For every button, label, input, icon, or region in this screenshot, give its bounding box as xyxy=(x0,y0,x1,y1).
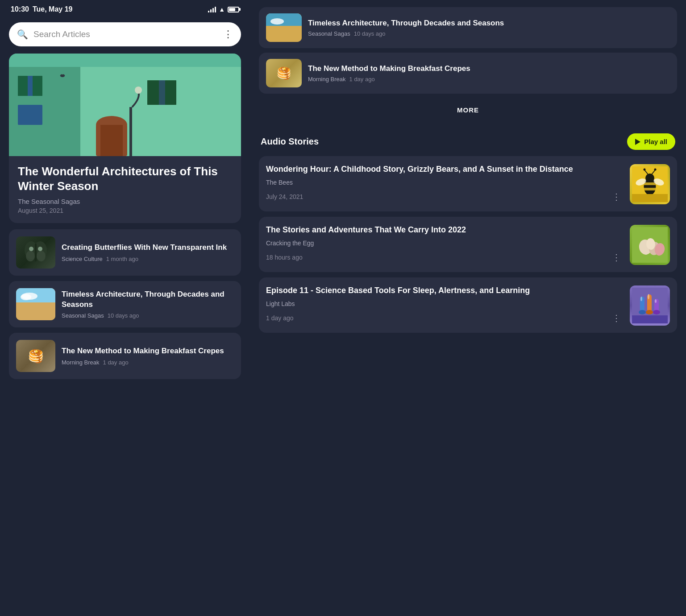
audio-source-egg: Cracking the Egg xyxy=(266,240,624,247)
audio-title-egg: The Stories and Adventures That We Carry… xyxy=(266,225,624,235)
crepes-image: 🥞 xyxy=(16,340,55,372)
featured-source: The Seasonal Sagas xyxy=(18,198,232,205)
article-time-crepes: 1 day ago xyxy=(103,359,129,366)
article-card-butterflies[interactable]: Creating Butterflies With New Transparen… xyxy=(9,229,241,276)
right-thumb-crepes: 🥞 xyxy=(266,59,302,87)
article-title-butterflies: Creating Butterflies With New Transparen… xyxy=(62,243,234,252)
bee-image xyxy=(630,164,670,204)
status-left: 10:30 Tue, May 19 xyxy=(11,5,72,13)
svg-point-19 xyxy=(26,251,35,261)
audio-date-egg: 18 hours ago xyxy=(266,254,303,261)
play-icon xyxy=(635,139,640,145)
svg-rect-43 xyxy=(632,194,668,202)
date-display: Tue, May 19 xyxy=(33,5,73,13)
audio-options-bees[interactable]: ⋮ xyxy=(609,190,624,203)
audio-thumb-lab xyxy=(630,285,670,326)
right-article-meta-seasonal: Seasonal Sagas 10 days ago xyxy=(308,30,670,37)
status-bar: 10:30 Tue, May 19 ▲ xyxy=(0,0,250,17)
audio-source-lab: Light Labs xyxy=(266,300,624,307)
svg-point-56 xyxy=(640,297,642,301)
audio-card-bees[interactable]: Wondering Hour: A Childhood Story, Grizz… xyxy=(259,156,677,211)
svg-rect-5 xyxy=(18,105,42,125)
play-all-button[interactable]: Play all xyxy=(627,133,675,150)
audio-date-bees: July 24, 2021 xyxy=(266,193,303,200)
status-right: ▲ xyxy=(208,6,239,13)
svg-rect-7 xyxy=(33,76,42,96)
svg-rect-12 xyxy=(147,80,159,105)
article-title-crepes: The New Method to Making Breakfast Crepe… xyxy=(62,346,234,356)
more-options-icon[interactable]: ⋮ xyxy=(223,29,233,40)
more-button-area: MORE xyxy=(259,98,677,122)
audio-card-egg[interactable]: The Stories and Adventures That We Carry… xyxy=(259,217,677,272)
svg-point-36 xyxy=(645,174,654,182)
featured-article-card[interactable]: The Wonderful Architectures of This Wint… xyxy=(9,54,241,223)
svg-point-55 xyxy=(653,310,660,314)
audio-content-bees: Wondering Hour: A Childhood Story, Grizz… xyxy=(266,164,624,204)
article-card-architecture[interactable]: Timeless Architecture, Through Decades a… xyxy=(9,281,241,327)
svg-point-41 xyxy=(644,169,646,171)
svg-point-53 xyxy=(646,310,653,314)
svg-point-15 xyxy=(135,87,142,94)
article-thumb-architecture xyxy=(16,288,55,320)
svg-point-22 xyxy=(29,247,33,251)
article-time-architecture: 10 days ago xyxy=(108,312,139,319)
audio-card-lab[interactable]: Episode 11 - Science Based Tools For Sle… xyxy=(259,277,677,333)
right-article-time-crepes: 1 day ago xyxy=(349,76,375,83)
right-thumb-seasonal xyxy=(266,13,302,42)
signal-icon xyxy=(208,6,216,12)
audio-content-lab: Episode 11 - Science Based Tools For Sle… xyxy=(266,285,624,326)
audio-content-egg: The Stories and Adventures That We Carry… xyxy=(266,225,624,265)
right-article-info-seasonal: Timeless Architecture, Through Decades a… xyxy=(308,18,670,37)
right-article-crepes[interactable]: 🥞 The New Method to Making Breakfast Cre… xyxy=(259,53,677,94)
svg-rect-13 xyxy=(165,80,176,105)
right-article-meta-crepes: Morning Break 1 day ago xyxy=(308,76,670,83)
right-article-title-crepes: The New Method to Making Breakfast Crepe… xyxy=(308,64,670,74)
featured-title: The Wonderful Architectures of This Wint… xyxy=(18,164,232,193)
architecture-image xyxy=(16,288,55,320)
article-source-butterflies: Science Culture xyxy=(62,256,103,262)
audio-options-egg[interactable]: ⋮ xyxy=(609,251,624,264)
svg-point-51 xyxy=(639,310,646,314)
svg-rect-14 xyxy=(129,107,132,156)
audio-section-header: Audio Stories Play all xyxy=(250,128,686,156)
wifi-icon: ▲ xyxy=(219,6,225,13)
search-bar[interactable]: 🔍 Search Articles ⋮ xyxy=(9,22,241,46)
audio-thumb-bees xyxy=(630,164,670,204)
right-article-time-seasonal: 10 days ago xyxy=(354,30,386,37)
article-thumb-crepes: 🥞 xyxy=(16,340,55,372)
article-card-crepes[interactable]: 🥞 The New Method to Making Breakfast Cre… xyxy=(9,333,241,379)
svg-point-20 xyxy=(37,251,46,261)
audio-options-lab[interactable]: ⋮ xyxy=(609,312,624,324)
featured-image xyxy=(9,54,241,156)
svg-point-30 xyxy=(270,18,284,25)
play-all-label: Play all xyxy=(644,138,667,145)
svg-rect-10 xyxy=(100,125,123,156)
more-button[interactable]: MORE xyxy=(457,106,479,114)
article-info-butterflies: Creating Butterflies With New Transparen… xyxy=(62,243,234,262)
article-time-butterflies: 1 month ago xyxy=(106,256,138,262)
article-title-architecture: Timeless Architecture, Through Decades a… xyxy=(62,289,234,309)
article-source-crepes: Morning Break xyxy=(62,359,100,366)
svg-rect-6 xyxy=(18,76,28,96)
featured-content: The Wonderful Architectures of This Wint… xyxy=(9,156,241,223)
audio-footer-lab: 1 day ago ⋮ xyxy=(266,312,624,324)
search-input[interactable]: Search Articles xyxy=(33,29,218,39)
svg-point-57 xyxy=(648,294,649,299)
butterfly-image xyxy=(16,236,55,269)
svg-rect-35 xyxy=(643,188,657,190)
battery-icon xyxy=(228,7,239,12)
svg-rect-29 xyxy=(266,13,302,26)
article-thumb-butterflies xyxy=(16,236,55,269)
svg-point-27 xyxy=(21,294,31,300)
audio-footer-bees: July 24, 2021 ⋮ xyxy=(266,190,624,203)
egg-image xyxy=(630,225,670,265)
search-icon: 🔍 xyxy=(17,29,28,40)
article-meta-crepes: Morning Break 1 day ago xyxy=(62,359,234,366)
audio-date-lab: 1 day ago xyxy=(266,314,294,322)
right-article-seasonal[interactable]: Timeless Architecture, Through Decades a… xyxy=(259,7,677,48)
audio-section-title: Audio Stories xyxy=(261,136,319,147)
svg-point-23 xyxy=(38,247,42,251)
right-article-source-seasonal: Seasonal Sagas xyxy=(308,30,350,37)
article-meta-butterflies: Science Culture 1 month ago xyxy=(62,256,234,262)
svg-rect-21 xyxy=(35,244,37,261)
